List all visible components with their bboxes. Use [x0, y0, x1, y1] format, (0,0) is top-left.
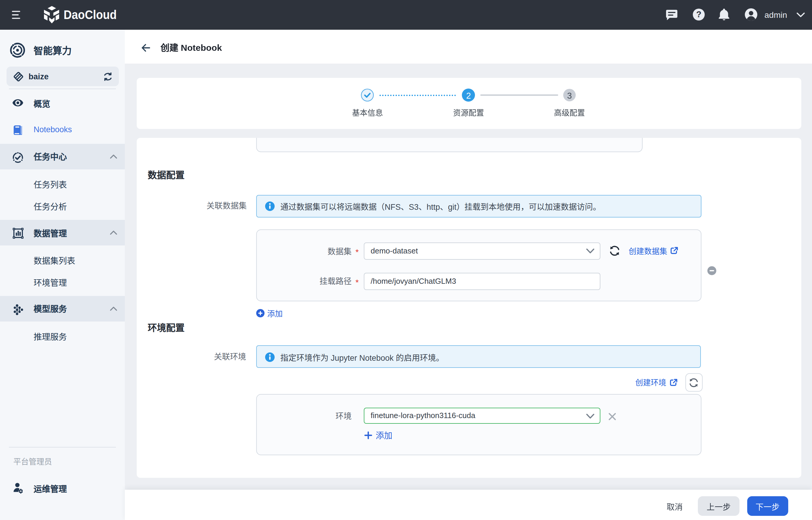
svg-text:?: ? [696, 9, 701, 19]
